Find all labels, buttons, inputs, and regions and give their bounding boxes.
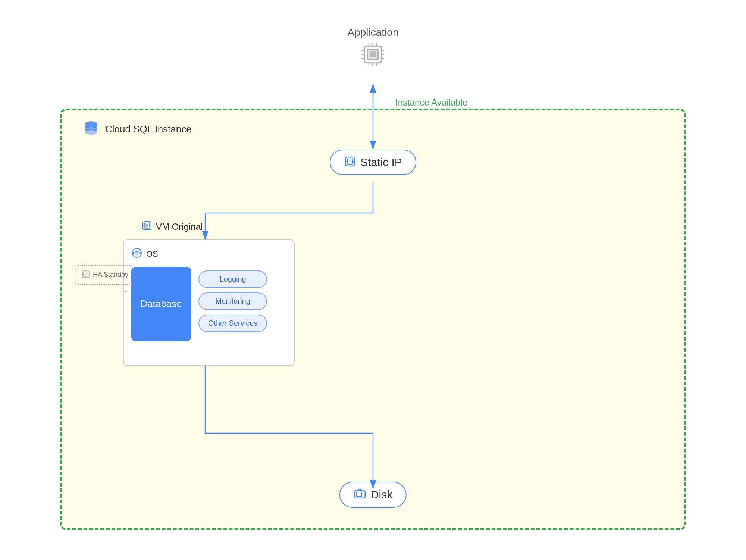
cloud-sql-instance-label: Cloud SQL Instance	[82, 120, 192, 139]
svg-rect-41	[85, 273, 87, 275]
svg-rect-2	[370, 51, 376, 57]
svg-point-21	[85, 130, 97, 135]
cloud-sql-text: Cloud SQL Instance	[105, 123, 192, 135]
cloud-sql-icon	[82, 120, 100, 139]
vm-original-text: VM Original	[156, 222, 203, 232]
logging-label: Logging	[220, 275, 246, 283]
ha-standby-box: HA Standby	[75, 265, 135, 285]
disk-pill: Disk	[339, 482, 407, 508]
os-icon	[131, 247, 142, 261]
ha-standby-text: HA Standby	[93, 271, 128, 279]
static-ip-icon	[344, 156, 356, 169]
ha-icon	[82, 270, 90, 280]
disk-text: Disk	[371, 488, 392, 501]
os-label: OS	[131, 247, 286, 261]
vm-box: OS Database Logging Monitoring Other Ser…	[123, 239, 295, 366]
diagram-container: Application	[37, 23, 709, 538]
database-box: Database	[131, 267, 191, 341]
vm-content: Database Logging Monitoring Other Servic…	[131, 267, 286, 341]
logging-pill: Logging	[198, 270, 267, 288]
application-label: Application	[348, 26, 399, 38]
static-ip-pill: Static IP	[330, 150, 416, 175]
other-services-label: Other Services	[208, 319, 257, 327]
vm-original-label: VM Original	[142, 220, 203, 233]
static-ip-text: Static IP	[360, 156, 402, 169]
services-column: Logging Monitoring Other Services	[198, 270, 267, 332]
disk-icon	[354, 488, 366, 502]
svg-rect-47	[357, 492, 362, 497]
instance-available-label: Instance Available	[395, 97, 467, 108]
other-services-pill: Other Services	[198, 315, 267, 332]
monitoring-label: Monitoring	[215, 297, 250, 305]
os-text: OS	[146, 249, 158, 259]
application-node: Application	[348, 26, 399, 69]
database-label: Database	[140, 298, 182, 310]
svg-rect-23	[347, 159, 352, 164]
monitoring-pill: Monitoring	[198, 292, 267, 310]
svg-rect-30	[145, 224, 148, 227]
cpu-icon	[360, 41, 386, 69]
vm-icon	[142, 220, 152, 233]
